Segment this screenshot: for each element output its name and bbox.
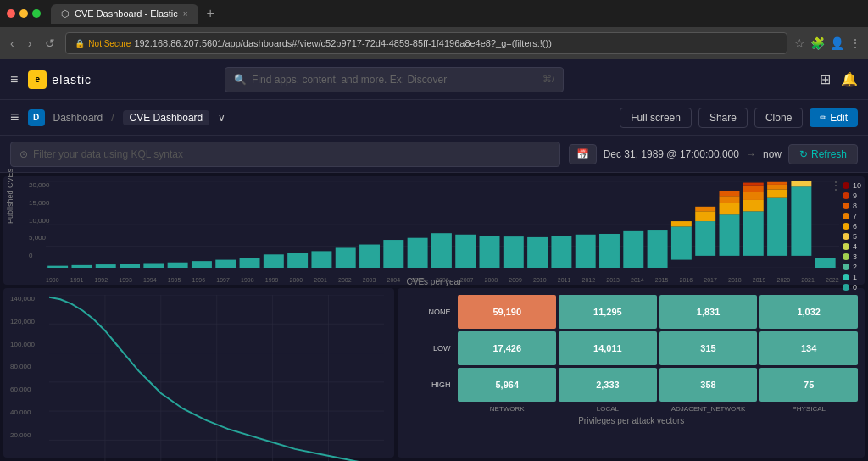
pencil-icon: ✏ bbox=[820, 113, 826, 122]
line-y-60000: 60,000 bbox=[10, 386, 35, 393]
svg-rect-42 bbox=[743, 192, 764, 200]
svg-rect-31 bbox=[671, 226, 692, 259]
line-chart-svg bbox=[49, 295, 384, 461]
tab-close-button[interactable]: × bbox=[183, 9, 188, 19]
line-y-20000: 20,000 bbox=[10, 431, 35, 439]
breadcrumb-cve[interactable]: CVE Dashboard bbox=[123, 110, 210, 125]
date-end: now bbox=[763, 148, 782, 160]
breadcrumb-chevron[interactable]: ∨ bbox=[218, 112, 225, 124]
reload-button[interactable]: ↺ bbox=[42, 35, 58, 52]
svg-rect-22 bbox=[455, 235, 476, 268]
chart-options-button[interactable]: ⋮ bbox=[831, 180, 841, 192]
legend-color-4 bbox=[843, 243, 849, 250]
fullscreen-button[interactable]: Full screen bbox=[620, 108, 692, 128]
svg-rect-46 bbox=[767, 189, 787, 197]
heatmap-panel: NONE 59,190 11,295 1,831 1,032 LOW 17,42… bbox=[398, 288, 865, 458]
legend-color-2 bbox=[843, 264, 849, 270]
bell-icon[interactable]: 🔔 bbox=[841, 71, 858, 87]
global-search[interactable]: 🔍 Find apps, content, and more. Ex: Disc… bbox=[225, 67, 564, 92]
kql-filter-input[interactable]: ⊙ Filter your data using KQL syntax bbox=[10, 142, 560, 167]
main-content: 0 5,000 10,000 15,000 20,000 Published C… bbox=[0, 173, 868, 461]
heatmap-title: Privileges per attack vectors bbox=[404, 416, 858, 425]
svg-rect-44 bbox=[743, 183, 764, 186]
elastic-logo[interactable]: e elastic bbox=[28, 70, 92, 89]
app-container: ≡ e elastic 🔍 Find apps, content, and mo… bbox=[0, 59, 868, 461]
svg-rect-49 bbox=[791, 186, 811, 256]
bar-chart-svg bbox=[46, 181, 839, 268]
heatmap-col-network: NETWORK bbox=[458, 405, 556, 413]
clone-button[interactable]: Clone bbox=[754, 108, 803, 128]
date-start: Dec 31, 1989 @ 17:00:00.000 bbox=[604, 148, 739, 160]
svg-rect-5 bbox=[47, 266, 68, 268]
date-arrow: → bbox=[746, 148, 756, 160]
back-button[interactable]: ‹ bbox=[7, 35, 18, 52]
heatmap-cell-low-physical: 134 bbox=[760, 331, 858, 365]
calendar-button[interactable]: 📅 bbox=[569, 144, 597, 164]
legend-color-0 bbox=[843, 284, 849, 291]
legend-color-9 bbox=[843, 192, 849, 199]
url-input[interactable]: 🔒 Not Secure 192.168.86.207:5601/app/das… bbox=[65, 32, 787, 54]
sidebar-toggle[interactable]: ≡ bbox=[10, 108, 19, 126]
legend-item-2: 2 bbox=[843, 263, 861, 271]
menu-icon[interactable]: ⋮ bbox=[849, 36, 861, 50]
extensions-icon[interactable]: 🧩 bbox=[810, 36, 825, 50]
bookmark-icon[interactable]: ☆ bbox=[794, 36, 805, 50]
breadcrumb-dashboard[interactable]: Dashboard bbox=[53, 112, 103, 124]
svg-rect-48 bbox=[767, 182, 787, 185]
heatmap-cell-low-network: 17,426 bbox=[458, 331, 556, 365]
line-chart-panel: 140,000 120,000 100,000 80,000 60,000 40… bbox=[3, 288, 394, 458]
svg-rect-11 bbox=[192, 261, 212, 268]
line-y-100000: 100,000 bbox=[10, 341, 35, 348]
bar-chart-title: CVEs per year bbox=[3, 277, 865, 286]
heatmap-grid: NONE 59,190 11,295 1,831 1,032 LOW 17,42… bbox=[404, 295, 858, 402]
filter-icon: ⊙ bbox=[19, 148, 28, 160]
grid-nav-icon[interactable]: ⊞ bbox=[820, 71, 831, 87]
heatmap-cell-high-adjacent: 358 bbox=[659, 368, 758, 402]
refresh-button[interactable]: ↻ Refresh bbox=[788, 144, 858, 164]
address-bar: ‹ › ↺ 🔒 Not Secure 192.168.86.207:5601/a… bbox=[0, 27, 868, 59]
profile-icon[interactable]: 👤 bbox=[830, 36, 844, 50]
svg-rect-39 bbox=[720, 191, 740, 196]
heatmap-row-high: HIGH bbox=[404, 368, 455, 402]
browser-actions: ☆ 🧩 👤 ⋮ bbox=[794, 36, 861, 50]
refresh-label: Refresh bbox=[811, 148, 847, 160]
legend-item-3: 3 bbox=[843, 253, 861, 261]
heatmap-col-physical: PHYSICAL bbox=[760, 405, 858, 413]
elastic-text: elastic bbox=[52, 73, 92, 86]
nav-hamburger[interactable]: ≡ bbox=[10, 72, 18, 87]
svg-rect-51 bbox=[815, 258, 836, 268]
not-secure-label: Not Secure bbox=[88, 39, 131, 48]
svg-rect-13 bbox=[240, 258, 260, 268]
legend-item-9: 9 bbox=[843, 192, 861, 200]
svg-rect-37 bbox=[720, 203, 740, 214]
window-controls bbox=[7, 9, 41, 18]
svg-rect-28 bbox=[599, 234, 620, 268]
edit-button[interactable]: ✏ Edit bbox=[810, 108, 858, 127]
svg-rect-40 bbox=[743, 211, 764, 256]
svg-rect-36 bbox=[720, 214, 740, 256]
svg-rect-24 bbox=[504, 236, 524, 268]
svg-rect-41 bbox=[743, 200, 764, 211]
svg-rect-12 bbox=[215, 260, 236, 268]
svg-rect-25 bbox=[527, 237, 548, 268]
svg-rect-30 bbox=[648, 230, 668, 268]
svg-rect-45 bbox=[767, 198, 787, 256]
active-tab[interactable]: ⬡ CVE Dashboard - Elastic × bbox=[51, 4, 198, 24]
legend-item-6: 6 bbox=[843, 222, 861, 230]
close-dot[interactable] bbox=[7, 9, 15, 18]
new-tab-button[interactable]: + bbox=[202, 6, 220, 21]
maximize-dot[interactable] bbox=[32, 9, 41, 18]
bottom-panels: 140,000 120,000 100,000 80,000 60,000 40… bbox=[3, 288, 865, 458]
forward-button[interactable]: › bbox=[25, 35, 36, 52]
legend-color-1 bbox=[843, 274, 849, 280]
legend-item-4: 4 bbox=[843, 242, 861, 251]
minimize-dot[interactable] bbox=[19, 9, 28, 18]
nav-icons: ⊞ 🔔 bbox=[820, 71, 858, 87]
svg-rect-26 bbox=[551, 236, 571, 268]
heatmap-cell-none-physical: 1,032 bbox=[760, 295, 858, 329]
search-shortcut: ⌘/ bbox=[542, 74, 554, 85]
filter-bar: ⊙ Filter your data using KQL syntax 📅 De… bbox=[0, 136, 868, 173]
refresh-icon: ↻ bbox=[799, 148, 808, 160]
share-button[interactable]: Share bbox=[698, 108, 748, 128]
svg-rect-50 bbox=[791, 181, 811, 186]
